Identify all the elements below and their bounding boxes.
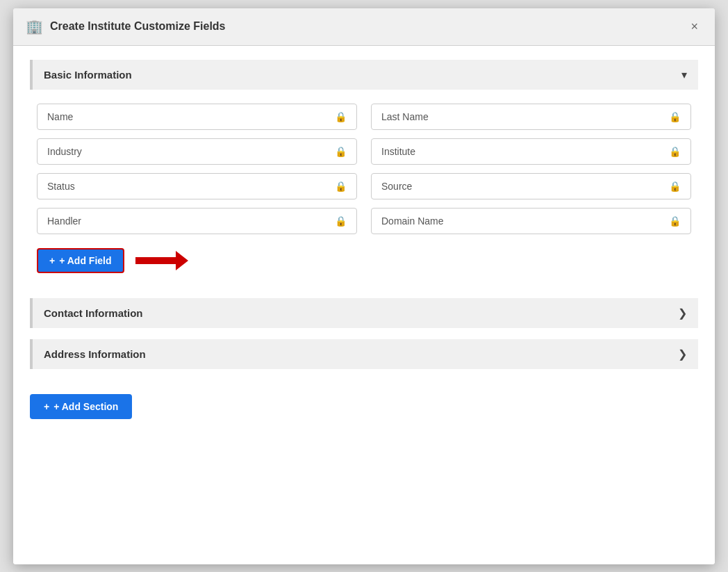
modal-header-left: 🏢 Create Institute Customize Fields	[26, 18, 226, 35]
add-section-label: + Add Section	[53, 401, 118, 412]
section-header-address[interactable]: Address Information ❯	[30, 339, 698, 369]
chevron-right-icon-address: ❯	[678, 348, 687, 361]
modal-header: 🏢 Create Institute Customize Fields ×	[13, 8, 715, 46]
section-address-information: Address Information ❯	[30, 339, 698, 369]
field-label-handler: Handler	[47, 215, 81, 227]
section-header-contact[interactable]: Contact Information ❯	[30, 298, 698, 328]
building-icon: 🏢	[26, 18, 43, 35]
arrow-body	[135, 257, 177, 264]
field-source: Source 🔒	[371, 173, 691, 199]
section-basic-information: Basic Information ▾ Name 🔒 Last Name 🔒	[30, 60, 698, 287]
lock-icon-name: 🔒	[335, 111, 347, 122]
field-label-name: Name	[47, 111, 73, 122]
modal-container: 🏢 Create Institute Customize Fields × Ba…	[13, 8, 715, 564]
field-label-status: Status	[47, 181, 75, 192]
add-field-wrapper: + + Add Field	[37, 248, 691, 273]
section-title-address: Address Information	[44, 348, 146, 360]
section-content-basic: Name 🔒 Last Name 🔒 Industry 🔒 Institute	[30, 90, 698, 287]
chevron-right-icon-contact: ❯	[678, 307, 687, 320]
field-label-institute: Institute	[381, 146, 415, 157]
field-domain-name: Domain Name 🔒	[371, 208, 691, 234]
add-section-button[interactable]: + + Add Section	[30, 394, 132, 419]
field-name: Name 🔒	[37, 104, 357, 130]
lock-icon-source: 🔒	[669, 181, 681, 192]
section-header-basic[interactable]: Basic Information ▾	[30, 60, 698, 90]
add-field-button[interactable]: + + Add Field	[37, 248, 124, 273]
lock-icon-institute: 🔒	[669, 146, 681, 157]
add-section-plus-icon: +	[44, 401, 49, 412]
chevron-down-icon: ▾	[681, 68, 687, 81]
section-contact-information: Contact Information ❯	[30, 298, 698, 328]
fields-grid: Name 🔒 Last Name 🔒 Industry 🔒 Institute	[37, 104, 691, 234]
lock-icon-handler: 🔒	[335, 215, 347, 227]
field-label-last-name: Last Name	[381, 111, 429, 122]
field-label-industry: Industry	[47, 146, 82, 157]
lock-icon-status: 🔒	[335, 181, 347, 192]
plus-icon: +	[49, 255, 55, 266]
modal-title: Create Institute Customize Fields	[50, 20, 226, 33]
lock-icon-industry: 🔒	[335, 146, 347, 157]
modal-body: Basic Information ▾ Name 🔒 Last Name 🔒	[13, 46, 715, 564]
field-label-source: Source	[381, 181, 412, 192]
section-title-basic: Basic Information	[44, 69, 132, 81]
close-button[interactable]: ×	[686, 18, 702, 35]
field-handler: Handler 🔒	[37, 208, 357, 234]
lock-icon-last-name: 🔒	[669, 111, 681, 122]
field-institute: Institute 🔒	[371, 138, 691, 165]
add-field-label: + Add Field	[59, 255, 111, 266]
field-status: Status 🔒	[37, 173, 357, 199]
section-title-contact: Contact Information	[44, 307, 143, 319]
field-industry: Industry 🔒	[37, 138, 357, 165]
arrow-indicator	[135, 254, 177, 267]
lock-icon-domain-name: 🔒	[669, 215, 681, 227]
field-last-name: Last Name 🔒	[371, 104, 691, 130]
field-label-domain-name: Domain Name	[381, 215, 443, 227]
